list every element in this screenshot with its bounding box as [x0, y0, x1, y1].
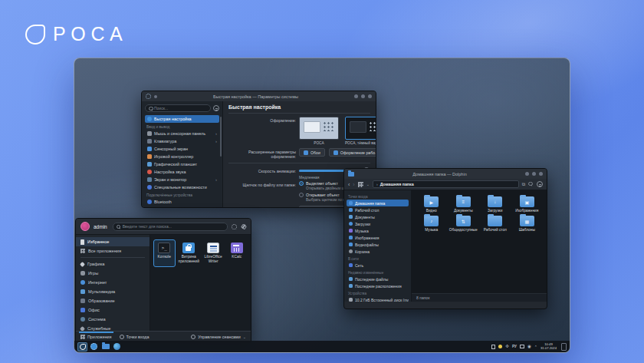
settings-titlebar[interactable]: Быстрая настройка — Параметры системы: [142, 91, 376, 101]
nav-item-display[interactable]: Экран и монитор›: [145, 176, 219, 183]
workspace-theme-button[interactable]: Оформление рабо…: [329, 148, 376, 157]
folder-templates[interactable]: ▦Шаблоны: [512, 216, 543, 232]
close-button[interactable]: [368, 94, 372, 98]
folder-downloads[interactable]: ↓Загрузки: [480, 196, 511, 213]
minimize-button[interactable]: [354, 94, 358, 98]
clock-date: 31.07.2024: [540, 347, 557, 351]
chevron-up-icon[interactable]: ⌃: [534, 345, 537, 349]
task-dolphin[interactable]: [100, 342, 110, 351]
category-graphics[interactable]: Графика: [76, 259, 150, 269]
nav-item-game-controller[interactable]: Игровой контроллер: [145, 153, 219, 160]
folder-public[interactable]: ⇅Общедоступные: [449, 216, 479, 232]
nav-item-accessibility[interactable]: Специальные возможности: [145, 183, 219, 191]
nav-item-touchscreen[interactable]: Сенсорный экран: [145, 145, 219, 153]
launcher-search-input[interactable]: Введите текст для поиска...: [113, 223, 228, 231]
breadcrumb[interactable]: › Домашняя папка: [373, 180, 519, 188]
recent-locations[interactable]: Последние расположения: [347, 282, 409, 289]
nav-item-bluetooth[interactable]: Bluetooth: [145, 198, 219, 206]
category-internet[interactable]: Интернет: [76, 278, 150, 287]
dolphin-titlebar[interactable]: Домашняя папка — Dolphin: [344, 169, 547, 179]
notification-icon[interactable]: [498, 345, 502, 348]
category-office[interactable]: Офис: [76, 305, 150, 315]
updates-icon[interactable]: ✣: [505, 345, 509, 349]
back-icon[interactable]: ‹: [348, 182, 350, 187]
category-games[interactable]: Игры: [76, 269, 150, 278]
device-disk-1[interactable]: 10,2 ГиБ Встроенный диск (nvme0n…: [347, 296, 409, 302]
category-education[interactable]: Образование: [76, 296, 150, 305]
wallpaper-button[interactable]: Обои: [299, 148, 325, 157]
rosa-brand: РОСА: [25, 23, 128, 45]
nav-item-disks[interactable]: Диски и фотокамеры›: [145, 206, 219, 208]
launcher-settings-icon[interactable]: [232, 224, 237, 229]
launcher-button[interactable]: [77, 342, 87, 351]
folder-music[interactable]: ♪Музыка: [416, 216, 447, 232]
place-network[interactable]: Сеть: [347, 262, 409, 269]
show-desktop-button[interactable]: [561, 343, 567, 351]
folder-icon: ♪: [424, 216, 439, 226]
taskbar: ✣ РУ ◉ ⌃ 10:49 31.07.2024: [74, 341, 570, 352]
launcher-search-placeholder: Введите текст для поиска...: [123, 224, 172, 229]
category-favorites[interactable]: Избранное: [76, 237, 150, 246]
category-system[interactable]: Система: [76, 315, 150, 324]
recent-files[interactable]: Последние файлы: [347, 276, 409, 282]
maximize-button[interactable]: [532, 172, 536, 176]
place-trash[interactable]: Корзина: [347, 248, 409, 255]
nav-item-sound[interactable]: Настройка звука: [145, 168, 219, 176]
nav-item-keyboard[interactable]: Клавиатура›: [145, 137, 219, 145]
maximize-button[interactable]: [361, 94, 365, 98]
volume-icon[interactable]: ◉: [527, 345, 531, 349]
nav-item-tablet[interactable]: Графический планшет: [145, 160, 219, 168]
dolphin-file-view: ▶Видео ≡Документы ↓Загрузки ▣Изображения…: [412, 190, 547, 302]
close-button[interactable]: [539, 172, 543, 176]
place-music[interactable]: Музыка: [347, 227, 409, 234]
chevron-down-icon[interactable]: ⌄: [366, 182, 370, 186]
place-videos[interactable]: Видеофайлы: [347, 241, 409, 248]
nav-item-mouse[interactable]: Мышь и сенсорная панель›: [145, 130, 219, 137]
favorite-app-store[interactable]: Витрина приложений: [177, 239, 201, 267]
office-icon: [80, 308, 85, 312]
split-view-icon[interactable]: ⧉: [522, 182, 525, 187]
place-downloads[interactable]: Загрузки: [347, 220, 409, 227]
clipboard-icon[interactable]: [491, 345, 495, 349]
place-desktop[interactable]: Рабочий стол: [347, 206, 409, 213]
category-multimedia[interactable]: Мультимедиа: [76, 287, 150, 296]
documents-icon: [349, 215, 353, 219]
folder-documents[interactable]: ≡Документы: [449, 196, 479, 213]
session-management[interactable]: Управление сеансами ⌄: [191, 335, 246, 339]
folder-icon: [488, 216, 502, 226]
folder-desktop[interactable]: Рабочий стол: [480, 216, 511, 232]
folder-video[interactable]: ▶Видео: [416, 196, 447, 213]
pin-window-icon[interactable]: [154, 95, 157, 98]
favorite-kcalc[interactable]: KCalc: [225, 239, 248, 267]
view-mode-icon[interactable]: [358, 182, 363, 187]
minimize-button[interactable]: [525, 172, 529, 176]
settings-search-input[interactable]: Поиск...: [145, 104, 211, 112]
keyboard-layout-indicator[interactable]: РУ: [512, 345, 517, 348]
home-icon: [349, 201, 353, 205]
clock[interactable]: 10:49 31.07.2024: [540, 343, 557, 351]
place-documents[interactable]: Документы: [347, 213, 409, 220]
task-system-settings[interactable]: [89, 342, 99, 351]
user-avatar[interactable]: [80, 222, 90, 231]
favorite-writer[interactable]: LibreOffice Writer: [202, 239, 225, 267]
search-icon[interactable]: [528, 182, 534, 187]
pin-icon[interactable]: [241, 224, 246, 229]
place-home[interactable]: Домашняя папка: [347, 200, 409, 206]
theme-option-dark[interactable]: РОСА, тёмный вариант: [345, 117, 376, 145]
tablet-icon: [147, 162, 152, 167]
sidebar-scrollbar[interactable]: [220, 117, 222, 157]
settings-app-icon: [146, 94, 151, 99]
theme-option-light[interactable]: РОСА: [299, 117, 339, 145]
category-all-apps[interactable]: Все приложения: [76, 246, 150, 256]
menu-icon[interactable]: [537, 181, 543, 187]
radio-off-icon: [299, 193, 304, 197]
nav-item-quick-settings[interactable]: Быстрая настройка: [145, 115, 219, 123]
folder-pictures[interactable]: ▣Изображения: [512, 196, 543, 213]
configure-menu-icon[interactable]: [213, 105, 219, 111]
favorite-konsole[interactable]: >_ Konsole: [153, 239, 176, 267]
task-browser[interactable]: [112, 342, 122, 351]
forward-icon[interactable]: ›: [353, 182, 354, 187]
display-icon: [147, 177, 152, 182]
place-pictures[interactable]: Изображения: [347, 234, 409, 241]
display-tray-icon[interactable]: [520, 345, 524, 348]
